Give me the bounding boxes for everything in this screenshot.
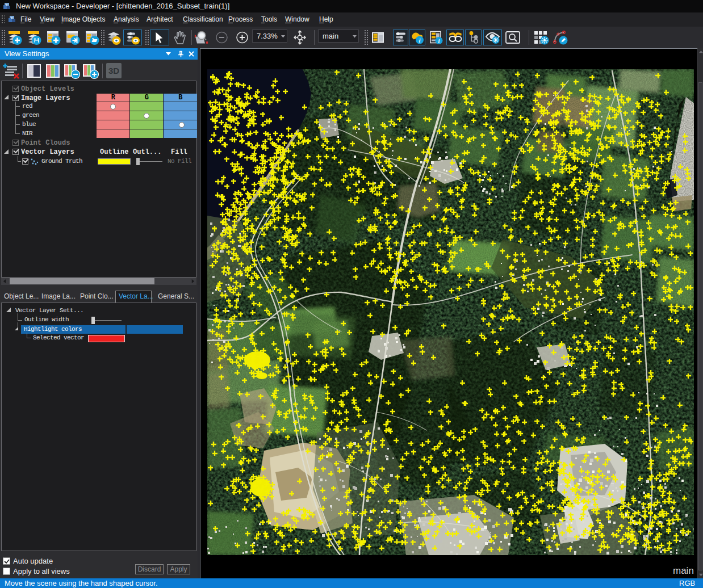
svg-text:i: i xyxy=(438,38,440,44)
